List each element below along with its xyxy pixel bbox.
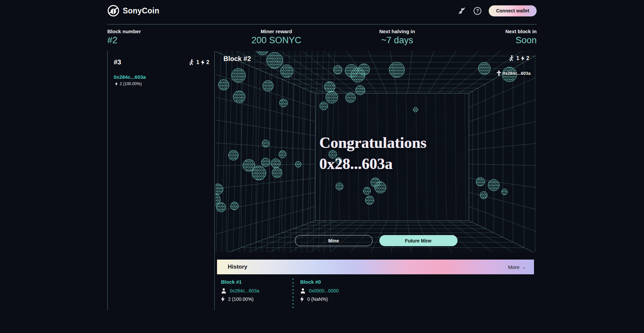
main-column: Block #2 1 bbox=[215, 51, 537, 310]
stat-value: ~7 days bbox=[338, 35, 456, 46]
miner-address[interactable]: 0x284c...603a bbox=[114, 74, 209, 80]
congrats-line1: Congratulations bbox=[319, 132, 426, 153]
mine-button[interactable]: Mine bbox=[295, 235, 373, 246]
history-block-power: 0 (NaN%) bbox=[307, 296, 328, 302]
brand-name: SonyCoin bbox=[123, 6, 159, 15]
history-title: History bbox=[228, 264, 248, 270]
brand[interactable]: SonyCoin bbox=[107, 5, 159, 17]
history-block-address[interactable]: 0x284c...603a bbox=[230, 288, 259, 293]
congrats-line2: 0x28...603a bbox=[319, 153, 426, 174]
stat-value: 200 SONYC bbox=[215, 35, 338, 46]
help-icon[interactable]: ? bbox=[474, 7, 481, 15]
history-block-1[interactable]: Block #1 0x284c...603a bbox=[221, 279, 292, 310]
history-block-title: Block #0 bbox=[300, 279, 371, 285]
stat-value: #2 bbox=[107, 35, 215, 46]
miner-walking-icon bbox=[509, 55, 515, 61]
history-list: Block #1 0x284c...603a bbox=[215, 279, 537, 310]
music-note-muted-icon[interactable] bbox=[458, 6, 466, 15]
header-actions: ? Connect wallet bbox=[458, 5, 537, 16]
canvas-hashrate: 2 bbox=[526, 55, 529, 61]
bolt-icon bbox=[115, 82, 118, 86]
sonycoin-logo-icon bbox=[107, 5, 119, 17]
person-standing-icon bbox=[496, 70, 501, 76]
stat-next-halving: Next halving in ~7 days bbox=[338, 29, 456, 46]
stats-bar: Block number #2 Miner reward 200 SONYC N… bbox=[107, 24, 537, 51]
pending-miner-entry: 0x284c...603a 2 (100.00%) bbox=[114, 74, 209, 86]
miners-count: 1 bbox=[196, 59, 199, 65]
miners-hashrate-badge: 1 2 bbox=[189, 59, 209, 65]
stat-next-block: Next block in Soon bbox=[456, 29, 537, 46]
total-hashrate: 2 bbox=[206, 59, 209, 65]
canvas-miners-badge: 1 2 bbox=[509, 55, 529, 61]
next-block-number: #3 bbox=[114, 58, 121, 66]
congratulations-text: Congratulations 0x28...603a bbox=[319, 132, 426, 174]
person-icon bbox=[221, 288, 226, 293]
mining-3d-canvas[interactable]: Block #2 1 bbox=[215, 51, 537, 253]
winner-address-chip: 0x284c...603a bbox=[496, 70, 531, 76]
miner-walking-icon bbox=[189, 59, 195, 65]
stat-label: Next block in bbox=[456, 29, 537, 34]
history-more-link[interactable]: More → bbox=[508, 264, 526, 270]
history-header: History More → bbox=[217, 260, 534, 274]
future-mine-button[interactable]: Future Mine bbox=[379, 235, 458, 246]
bolt-icon bbox=[521, 56, 525, 61]
history-block-title: Block #1 bbox=[221, 279, 292, 285]
bolt-icon bbox=[201, 60, 205, 65]
bolt-icon bbox=[300, 296, 304, 302]
history-divider: ********* bbox=[292, 278, 296, 310]
history-block-address[interactable]: 0x0000...0000 bbox=[309, 288, 339, 293]
mine-actions: Mine Future Mine bbox=[215, 235, 537, 246]
current-block-title: Block #2 bbox=[223, 55, 251, 63]
stat-value: Soon bbox=[456, 35, 537, 46]
next-block-panel: #3 1 bbox=[108, 51, 215, 310]
history-block-0[interactable]: Block #0 0x0000...0000 bbox=[300, 279, 371, 310]
page-content: SonyCoin ? Connect wallet Block number #… bbox=[107, 0, 537, 310]
canvas-miners-count: 1 bbox=[516, 55, 519, 61]
miner-power: 2 (100.00%) bbox=[120, 81, 142, 86]
stat-label: Block number bbox=[107, 29, 215, 34]
bolt-icon bbox=[221, 296, 225, 302]
history-block-power: 2 (100.00%) bbox=[228, 296, 254, 302]
winner-address: 0x284c...603a bbox=[503, 71, 531, 76]
main-row: #3 1 bbox=[107, 51, 537, 310]
stat-miner-reward: Miner reward 200 SONYC bbox=[215, 29, 338, 46]
header: SonyCoin ? Connect wallet bbox=[107, 0, 537, 24]
stat-label: Next halving in bbox=[338, 29, 456, 34]
connect-wallet-button[interactable]: Connect wallet bbox=[489, 5, 537, 16]
stat-label: Miner reward bbox=[215, 29, 338, 34]
stat-block-number: Block number #2 bbox=[107, 29, 215, 46]
person-icon bbox=[300, 288, 306, 293]
